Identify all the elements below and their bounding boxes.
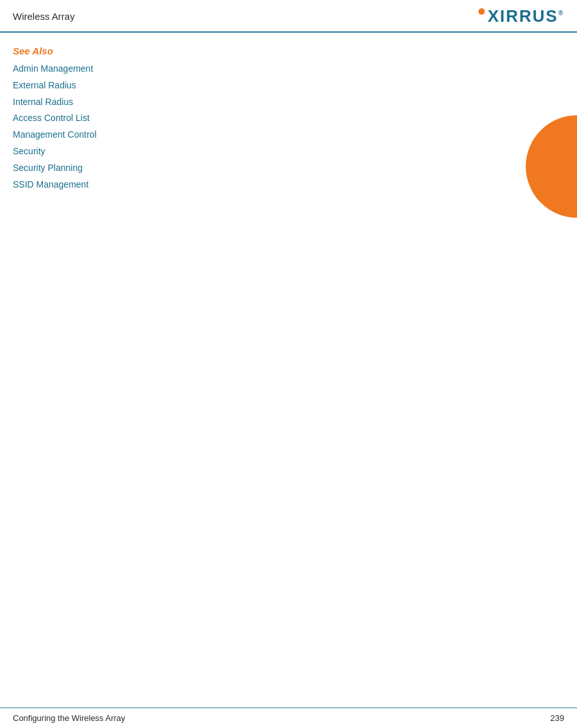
- logo-dot-icon: [478, 8, 485, 15]
- see-also-list: Admin Management External Radius Interna…: [13, 61, 564, 192]
- header-title: Wireless Array: [13, 11, 75, 22]
- main-content: See Also Admin Management External Radiu…: [0, 33, 577, 206]
- internal-radius-link[interactable]: Internal Radius: [13, 97, 73, 107]
- list-item[interactable]: Management Control: [13, 127, 564, 143]
- list-item[interactable]: External Radius: [13, 78, 564, 93]
- list-item[interactable]: SSID Management: [13, 177, 564, 193]
- list-item[interactable]: Access Control List: [13, 111, 564, 126]
- access-control-list-link[interactable]: Access Control List: [13, 113, 90, 123]
- page-footer: Configuring the Wireless Array 239: [0, 708, 577, 728]
- external-radius-link[interactable]: External Radius: [13, 80, 76, 90]
- see-also-heading: See Also: [13, 45, 564, 56]
- security-link[interactable]: Security: [13, 146, 45, 156]
- list-item[interactable]: Internal Radius: [13, 95, 564, 110]
- footer-page-number: 239: [550, 713, 564, 723]
- page-header: Wireless Array XIRRUS®: [0, 0, 577, 33]
- list-item[interactable]: Admin Management: [13, 61, 564, 77]
- security-planning-link[interactable]: Security Planning: [13, 163, 83, 173]
- logo-text: XIRRUS®: [487, 6, 564, 26]
- footer-left-text: Configuring the Wireless Array: [13, 713, 126, 723]
- admin-management-link[interactable]: Admin Management: [13, 63, 93, 74]
- list-item[interactable]: Security: [13, 144, 564, 159]
- ssid-management-link[interactable]: SSID Management: [13, 179, 88, 190]
- logo: XIRRUS®: [478, 6, 564, 26]
- list-item[interactable]: Security Planning: [13, 161, 564, 176]
- management-control-link[interactable]: Management Control: [13, 129, 97, 140]
